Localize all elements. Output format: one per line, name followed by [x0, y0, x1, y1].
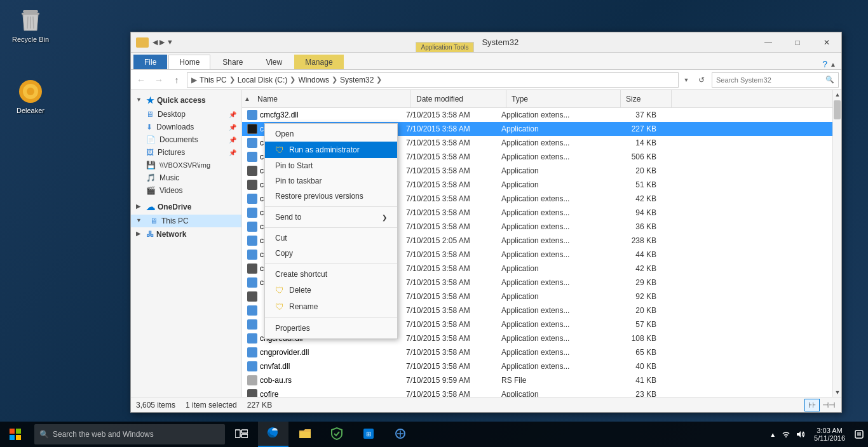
sidebar-onedrive-header[interactable]: ▶ ☁ OneDrive — [131, 199, 241, 215]
sidebar-item-videos[interactable]: 🎬 Videos — [131, 184, 241, 197]
file-type-cell: Application extens... — [496, 236, 611, 245]
file-date-cell: 7/10/2015 3:58 AM — [401, 124, 496, 133]
ctx-copy[interactable]: Copy — [265, 246, 397, 261]
sidebar-item-documents[interactable]: 📄 Documents 📌 — [131, 133, 241, 146]
search-input[interactable] — [716, 76, 825, 84]
ctx-open[interactable]: Open — [265, 126, 397, 142]
ribbon-collapse[interactable]: ▲ — [830, 61, 836, 68]
sidebar-item-this-pc[interactable]: ▼ 🖥 This PC — [131, 215, 241, 227]
tray-volume[interactable] — [794, 422, 806, 447]
sidebar-item-desktop[interactable]: 🖥 Desktop 📌 — [131, 108, 241, 121]
clock[interactable]: 3:03 AM 5/11/2016 — [809, 422, 850, 447]
scrollbar-right[interactable]: ▲ ▼ — [832, 90, 841, 397]
scroll-track[interactable] — [833, 99, 841, 388]
large-icons-view-button[interactable]: ⊣⊣ — [821, 399, 836, 411]
refresh-button[interactable]: ↺ — [694, 72, 709, 88]
tab-home[interactable]: Home — [168, 55, 210, 69]
item-count: 3,605 items — [136, 401, 175, 410]
taskbar-search[interactable]: 🔍 Search the web and Windows — [34, 424, 225, 444]
path-local-disk[interactable]: Local Disk (C:) — [238, 76, 288, 84]
sidebar-network-header[interactable]: ▶ 🖧 Network — [131, 227, 241, 241]
sidebar-item-downloads[interactable]: ⬇ Downloads 📌 — [131, 121, 241, 133]
sidebar-item-music[interactable]: 🎵 Music — [131, 171, 241, 184]
close-button[interactable]: ✕ — [812, 32, 841, 53]
forward-button[interactable]: → — [151, 72, 166, 88]
taskbar-security[interactable] — [322, 422, 352, 447]
ctx-pin-to-taskbar[interactable]: Pin to taskbar — [265, 173, 397, 189]
onedrive-icon: ☁ — [146, 202, 155, 212]
title-bar-left: ◀ ▶ ▼ — [131, 32, 413, 52]
action-center[interactable] — [853, 422, 865, 447]
taskbar-store[interactable]: ⊞ — [353, 422, 384, 447]
file-size-cell: 29 KB — [611, 278, 661, 287]
file-row[interactable]: cmcfg32.dll 7/10/2015 3:58 AM Applicatio… — [242, 108, 832, 122]
file-type-cell: Application extens... — [496, 362, 611, 371]
deleaker-image — [18, 79, 43, 104]
taskbar-file-explorer[interactable] — [290, 422, 320, 447]
ctx-run-as-admin[interactable]: 🛡 Run as administrator — [265, 142, 397, 158]
tab-view[interactable]: View — [255, 55, 293, 69]
sidebar-item-vboxsvr[interactable]: 💾 \\VBOXSVR\img — [131, 159, 241, 171]
svg-rect-13 — [241, 430, 248, 433]
minimize-button[interactable]: — — [754, 32, 783, 53]
taskbar-edge[interactable] — [258, 422, 288, 447]
up-button[interactable]: ↑ — [169, 72, 184, 88]
ctx-properties[interactable]: Properties — [265, 321, 397, 336]
ctx-rename[interactable]: 🛡 Rename — [265, 298, 397, 315]
recycle-bin-icon[interactable]: Recycle Bin — [5, 5, 56, 46]
col-size-header[interactable]: Size — [621, 90, 672, 107]
path-this-pc[interactable]: This PC — [200, 76, 227, 84]
ctx-cut[interactable]: Cut — [265, 230, 397, 246]
tab-manage[interactable]: Manage — [294, 55, 343, 69]
app-tools-tab[interactable]: Application Tools — [416, 42, 475, 52]
tray-network[interactable] — [780, 422, 792, 447]
file-date-cell: 7/10/2015 3:58 AM — [401, 292, 496, 301]
ctx-delete[interactable]: 🛡 Delete — [265, 282, 397, 298]
path-windows[interactable]: Windows — [298, 76, 329, 84]
path-system32[interactable]: System32 — [340, 76, 374, 84]
address-path[interactable]: ▶ This PC ❯ Local Disk (C:) ❯ Windows ❯ … — [187, 72, 679, 88]
col-date-header[interactable]: Date modified — [411, 90, 506, 107]
file-row[interactable]: cngprovider.dll 7/10/2015 3:58 AM Applic… — [242, 345, 832, 359]
sidebar-vboxsvr-label: \\VBOXSVR\img — [159, 161, 210, 169]
scroll-down-arrow[interactable]: ▼ — [833, 388, 841, 397]
this-pc-toggle: ▼ — [136, 217, 144, 225]
scroll-thumb[interactable] — [834, 100, 841, 119]
ctx-pin-to-start[interactable]: Pin to Start — [265, 158, 397, 173]
col-name-header[interactable]: Name — [252, 90, 411, 107]
ctx-create-shortcut[interactable]: Create shortcut — [265, 267, 397, 282]
sidebar-quick-access-header[interactable]: ▼ ★ Quick access — [131, 93, 241, 108]
ctx-sep-2 — [265, 227, 397, 228]
svg-rect-21 — [855, 430, 863, 438]
sidebar-videos-label: Videos — [159, 186, 182, 195]
start-button[interactable] — [0, 422, 31, 447]
ctx-send-to[interactable]: Send to ❯ — [265, 210, 397, 225]
selected-size: 227 KB — [247, 401, 272, 410]
dll-icon — [247, 305, 257, 316]
ctx-restore-versions[interactable]: Restore previous versions — [265, 189, 397, 204]
file-row[interactable]: cnvfat.dll 7/10/2015 3:58 AM Application… — [242, 359, 832, 373]
svg-rect-9 — [16, 429, 21, 434]
details-view-button[interactable]: ⊦⊦ — [804, 399, 820, 411]
tab-share[interactable]: Share — [212, 55, 254, 69]
path-dropdown[interactable]: ▼ — [681, 74, 691, 86]
tray-expand[interactable]: ▲ — [767, 431, 778, 438]
maximize-button[interactable]: □ — [783, 32, 812, 53]
help-button[interactable]: ? — [822, 59, 827, 69]
file-date-cell: 7/10/2015 9:59 AM — [401, 376, 496, 385]
file-row[interactable]: cofire 7/10/2015 3:58 AM Application 23 … — [242, 387, 832, 397]
file-row[interactable]: cob-au.rs 7/10/2015 9:59 AM RS File 41 K… — [242, 373, 832, 387]
file-date-cell: 7/10/2015 3:58 AM — [401, 138, 496, 147]
taskbar-extra[interactable] — [385, 422, 416, 447]
explorer-window: ◀ ▶ ▼ Application Tools System32 — □ ✕ F… — [130, 32, 842, 413]
file-type-cell: Application — [496, 166, 611, 175]
sidebar-item-pictures[interactable]: 🖼 Pictures 📌 — [131, 146, 241, 159]
svg-rect-12 — [235, 430, 240, 437]
col-type-header[interactable]: Type — [506, 90, 621, 107]
deleaker-icon[interactable]: Deleaker — [5, 76, 56, 117]
tab-file[interactable]: File — [133, 55, 167, 69]
onedrive-label: OneDrive — [158, 203, 191, 211]
taskbar-task-view[interactable] — [226, 422, 257, 447]
scroll-up-arrow[interactable]: ▲ — [833, 90, 841, 99]
back-button[interactable]: ← — [133, 72, 149, 88]
